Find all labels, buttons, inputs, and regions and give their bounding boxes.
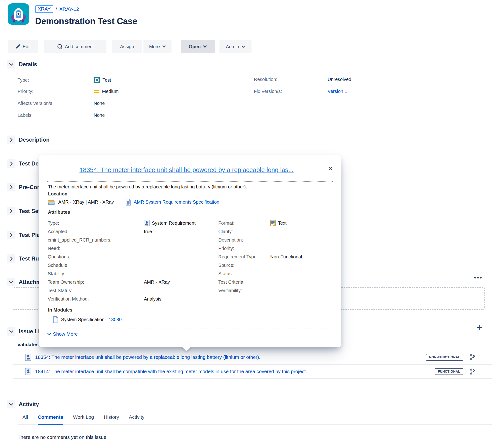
popup-requirement-description: The meter interface unit shall be powere… xyxy=(48,184,247,190)
chevron-down-icon[interactable] xyxy=(7,400,16,408)
show-more-link[interactable]: Show More xyxy=(47,331,78,337)
activity-tabs: All Comments Work Log History Activity xyxy=(17,414,492,425)
attr-value: Text xyxy=(270,220,302,226)
resolution-value: Unresolved xyxy=(327,77,351,82)
add-comment-button[interactable]: Add comment xyxy=(44,40,107,53)
priority-medium-icon xyxy=(93,89,100,94)
status-open-button[interactable]: Open xyxy=(181,40,215,53)
breadcrumb-issue-link[interactable]: XRAY-12 xyxy=(59,6,79,12)
xray-app-logo xyxy=(8,3,29,25)
more-button[interactable]: More xyxy=(143,40,171,53)
edit-button-label: Edit xyxy=(23,44,31,49)
popup-requirement-title-link[interactable]: 18354: The meter interface unit shall be… xyxy=(53,166,320,174)
pencil-icon xyxy=(15,44,20,49)
chevron-right-icon[interactable] xyxy=(7,183,16,192)
chevron-right-icon[interactable] xyxy=(7,160,16,168)
attr-label: Team Ownership: xyxy=(48,279,144,285)
requirement-icon xyxy=(144,220,150,226)
field-fix-version: Fix Version/s: Version 1 xyxy=(254,89,347,94)
breadcrumb: XRAY / XRAY-12 xyxy=(35,5,79,13)
description-section-header[interactable]: Description xyxy=(7,136,50,144)
popup-attributes-grid: Type: System Requirement Format: Text Ac… xyxy=(48,219,302,303)
attr-label: Questions: xyxy=(48,254,144,260)
popup-location-row: AMR - XRay | AMR - XRay AMR System Requi… xyxy=(48,199,219,206)
attr-label: Stability: xyxy=(48,271,144,276)
chevron-down-icon[interactable] xyxy=(7,60,16,69)
attr-label: Format: xyxy=(218,221,270,226)
comment-bubble-icon xyxy=(57,44,62,49)
folder-open-icon xyxy=(48,199,55,205)
attr-label: Need: xyxy=(48,246,144,251)
add-link-icon[interactable]: + xyxy=(476,322,482,332)
breadcrumb-project-link[interactable]: XRAY xyxy=(35,5,53,13)
attr-label: Accepted: xyxy=(48,229,144,234)
chevron-down-icon xyxy=(241,45,245,48)
fix-version-link[interactable]: Version 1 xyxy=(327,89,347,94)
attr-value: System Requirement xyxy=(144,220,218,226)
type-label: Type: xyxy=(17,78,93,83)
attr-label: Source: xyxy=(218,263,270,268)
document-icon xyxy=(125,199,131,206)
show-more-label: Show More xyxy=(53,331,78,337)
description-section-title: Description xyxy=(19,136,50,143)
assign-button-label: Assign xyxy=(120,44,134,49)
page-title: Demonstration Test Case xyxy=(35,16,137,26)
chevron-down-icon xyxy=(203,45,207,48)
attr-label: Description: xyxy=(218,237,270,243)
attr-label: Verifiability: xyxy=(218,288,270,293)
attr-value-text: System Requirement xyxy=(152,221,196,226)
details-section-header[interactable]: Details xyxy=(7,60,37,69)
jira-issue-page: { "header": { "project": "XRAY", "separa… xyxy=(0,0,497,448)
attr-label: Verification Method: xyxy=(48,296,144,302)
chevron-down-icon[interactable] xyxy=(7,327,16,336)
requirement-type-badge: NON-FUNCTIONAL xyxy=(426,354,463,361)
popup-module-row: System Specification: 18080 xyxy=(53,316,122,323)
branch-icon[interactable] xyxy=(469,354,475,360)
attr-label: Schedule: xyxy=(48,263,144,268)
admin-button[interactable]: Admin xyxy=(219,40,251,53)
attr-label: Requirement Type: xyxy=(218,254,270,260)
tab-activity[interactable]: Activity xyxy=(129,414,145,425)
assign-button[interactable]: Assign xyxy=(112,40,142,53)
chevron-right-icon[interactable] xyxy=(7,207,16,215)
branch-icon[interactable] xyxy=(469,368,475,375)
labels-label: Labels: xyxy=(17,112,93,118)
edit-button[interactable]: Edit xyxy=(8,40,38,53)
priority-value: Medium xyxy=(102,89,119,94)
fix-version-label: Fix Version/s: xyxy=(254,89,327,94)
requirement-link[interactable]: 18354: The meter interface unit shall be… xyxy=(35,354,261,360)
issue-link-row: 18354: The meter interface unit shall be… xyxy=(13,350,492,364)
tab-comments[interactable]: Comments xyxy=(38,414,63,425)
requirement-popup: 18354: The meter interface unit shall be… xyxy=(39,155,341,347)
attachments-options-icon[interactable]: ••• xyxy=(474,274,483,281)
tab-all[interactable]: All xyxy=(22,414,28,425)
chevron-right-icon[interactable] xyxy=(7,136,16,144)
attr-label: Test Criteria: xyxy=(218,279,270,285)
attr-value: Non-Functional xyxy=(270,254,302,260)
tab-history[interactable]: History xyxy=(104,414,119,425)
more-button-label: More xyxy=(149,44,160,49)
affects-version-value: None xyxy=(93,101,105,106)
status-open-label: Open xyxy=(189,44,201,49)
priority-label: Priority: xyxy=(17,89,93,94)
field-affects-version: Affects Version/s: None xyxy=(17,101,105,106)
test-sets-section-header[interactable]: Test Sets xyxy=(7,207,43,215)
admin-button-label: Admin xyxy=(226,44,239,49)
no-comments-message: There are no comments yet on this issue. xyxy=(17,434,108,440)
chevron-right-icon[interactable] xyxy=(7,231,16,239)
field-priority: Priority: Medium xyxy=(17,89,119,94)
close-icon[interactable]: ✕ xyxy=(328,165,333,172)
activity-section-header[interactable]: Activity xyxy=(7,400,39,408)
labels-value: None xyxy=(93,112,105,118)
requirement-link[interactable]: 18414: The meter interface unit shall be… xyxy=(35,369,307,374)
popup-in-modules-heading: In Modules xyxy=(48,307,72,313)
popup-spec-link[interactable]: AMR System Requirements Specification xyxy=(134,199,219,205)
tab-work-log[interactable]: Work Log xyxy=(73,414,94,425)
chevron-right-icon[interactable] xyxy=(7,255,16,263)
document-icon xyxy=(53,316,58,323)
popup-module-id-link[interactable]: 18080 xyxy=(109,317,122,322)
text-format-icon xyxy=(270,220,276,226)
popup-module-label: System Specification: xyxy=(61,317,106,322)
chevron-down-icon[interactable] xyxy=(7,278,16,286)
requirement-icon xyxy=(25,368,31,375)
